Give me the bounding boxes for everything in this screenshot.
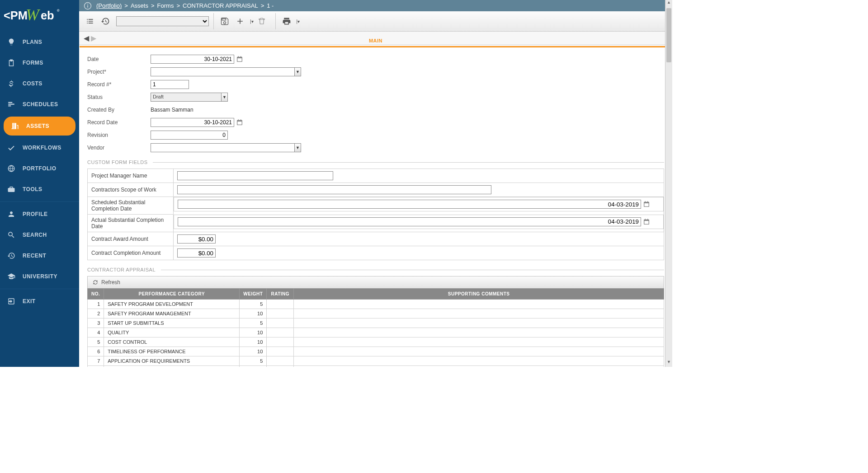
breadcrumb-page[interactable]: CONTRACTOR APPRAISAL — [183, 2, 258, 9]
recordno-input[interactable] — [151, 80, 189, 89]
status-select[interactable]: Draft▼ — [151, 93, 228, 102]
table-row[interactable]: 3START UP SUBMITTALS5 — [88, 318, 664, 328]
nav-profile[interactable]: PROFILE — [0, 204, 79, 225]
scope-label: Contractors Scope of Work — [88, 183, 174, 197]
cell-wt: 10 — [240, 347, 267, 356]
delete-button[interactable] — [255, 15, 268, 28]
calendar-icon[interactable] — [643, 218, 650, 225]
table-row[interactable]: 7APPLICATION OF REQUIREMENTS5 — [88, 356, 664, 366]
act-input[interactable] — [178, 217, 641, 226]
cell-rt[interactable] — [267, 300, 294, 309]
print-dropdown[interactable]: |▾ — [295, 19, 302, 24]
record-selector[interactable] — [116, 16, 209, 26]
nav-exit[interactable]: EXIT — [0, 291, 79, 312]
table-row[interactable]: 4QUALITY10 — [88, 328, 664, 337]
calendar-icon[interactable] — [236, 119, 243, 126]
nav-recent[interactable]: RECENT — [0, 245, 79, 266]
info-icon[interactable] — [84, 2, 92, 10]
cell-no: 3 — [88, 318, 104, 328]
sched-input[interactable] — [178, 200, 641, 209]
breadcrumb-portfolio[interactable]: (Portfolio) — [96, 2, 122, 9]
createdby-label: Created By — [87, 107, 151, 113]
cell-wt: 10 — [240, 337, 267, 347]
logo: <PM W eb ® — [0, 0, 79, 32]
nav-costs[interactable]: COSTS — [0, 73, 79, 94]
cell-wt: 5 — [240, 318, 267, 328]
cell-rt[interactable] — [267, 347, 294, 356]
calendar-icon[interactable] — [643, 201, 650, 208]
cell-rt[interactable] — [267, 309, 294, 318]
nav-assets[interactable]: ASSETS — [4, 117, 75, 136]
cell-no: 4 — [88, 328, 104, 337]
print-button[interactable] — [280, 15, 293, 28]
nav-forms[interactable]: FORMS — [0, 52, 79, 73]
nav-tools[interactable]: TOOLS — [0, 179, 79, 200]
cell-sc[interactable] — [294, 328, 664, 337]
cell-sc[interactable] — [294, 347, 664, 356]
nav-search[interactable]: SEARCH — [0, 225, 79, 245]
scrollbar[interactable]: ▲▼ — [665, 0, 672, 367]
section-customfields: CUSTOM FORM FIELDS — [87, 159, 664, 165]
cell-sc[interactable] — [294, 300, 664, 309]
cell-wt: 10 — [240, 366, 267, 367]
cell-rt[interactable] — [267, 356, 294, 366]
cell-rt[interactable] — [267, 318, 294, 328]
recorddate-input[interactable] — [151, 118, 234, 127]
date-input[interactable] — [151, 55, 234, 64]
nav-plans[interactable]: PLANS — [0, 32, 79, 52]
add-dropdown[interactable]: |▾ — [248, 19, 255, 24]
status-label: Status — [87, 94, 151, 100]
clipboard-icon — [6, 58, 16, 68]
table-row[interactable]: 5COST CONTROL10 — [88, 337, 664, 347]
appraisal-table: NO. PERFORMANCE CATEGORY WEIGHT RATING S… — [87, 288, 664, 367]
add-button[interactable] — [234, 15, 246, 28]
award-input[interactable] — [177, 234, 216, 244]
nav-workflows[interactable]: WORKFLOWS — [0, 137, 79, 158]
hdr-wt: WEIGHT — [240, 289, 267, 300]
table-row[interactable]: 6TIMELINESS OF PERFORMANCE10 — [88, 347, 664, 356]
section-appraisal: CONTRACTOR APPRAISAL — [87, 267, 664, 272]
toolbox-icon — [6, 184, 16, 194]
award-label: Contract Award Amount — [88, 232, 174, 246]
cell-cat: SAFETY PROGRAM MANAGEMENT — [104, 309, 240, 318]
user-icon — [6, 209, 16, 219]
cell-sc[interactable] — [294, 337, 664, 347]
content-area: Date Project*▼ Record #* StatusDraft▼ Cr… — [79, 45, 672, 367]
breadcrumb-forms[interactable]: Forms — [157, 2, 174, 9]
nav-portfolio[interactable]: PORTFOLIO — [0, 158, 79, 179]
nav-label: FORMS — [23, 60, 43, 66]
cell-rt[interactable] — [267, 337, 294, 347]
calendar-icon[interactable] — [236, 56, 243, 63]
vendor-label: Vendor — [87, 145, 151, 151]
cell-wt: 5 — [240, 300, 267, 309]
nav-university[interactable]: UNIVERSITY — [0, 266, 79, 287]
cell-sc[interactable] — [294, 366, 664, 367]
list-button[interactable] — [84, 15, 96, 28]
cell-wt: 10 — [240, 309, 267, 318]
cell-no: 8 — [88, 366, 104, 367]
refresh-icon — [92, 279, 99, 286]
scope-input[interactable] — [177, 185, 491, 194]
vendor-select[interactable]: ▼ — [151, 143, 301, 152]
table-row[interactable]: 8LEADERSHIP10 — [88, 366, 664, 367]
cell-sc[interactable] — [294, 356, 664, 366]
history-button[interactable] — [99, 15, 112, 28]
table-row[interactable]: 2SAFETY PROGRAM MANAGEMENT10 — [88, 309, 664, 318]
cell-rt[interactable] — [267, 366, 294, 367]
project-select[interactable]: ▼ — [151, 67, 301, 76]
breadcrumb-assets[interactable]: Assets — [131, 2, 148, 9]
cell-cat: SAFETY PROGRAM DEVELOPMENT — [104, 300, 240, 309]
pm-input[interactable] — [177, 171, 333, 180]
tab-main[interactable]: MAIN — [80, 35, 672, 47]
cell-sc[interactable] — [294, 309, 664, 318]
cell-sc[interactable] — [294, 318, 664, 328]
revision-input[interactable] — [151, 131, 228, 140]
table-row[interactable]: 1SAFETY PROGRAM DEVELOPMENT5 — [88, 300, 664, 309]
save-button[interactable] — [218, 15, 231, 28]
nav-schedules[interactable]: SCHEDULES — [0, 94, 79, 115]
cell-rt[interactable] — [267, 328, 294, 337]
nav-label: PORTFOLIO — [23, 165, 57, 172]
svg-text:eb: eb — [41, 9, 54, 22]
refresh-button[interactable]: Refresh — [87, 276, 664, 288]
compl-input[interactable] — [177, 248, 216, 258]
